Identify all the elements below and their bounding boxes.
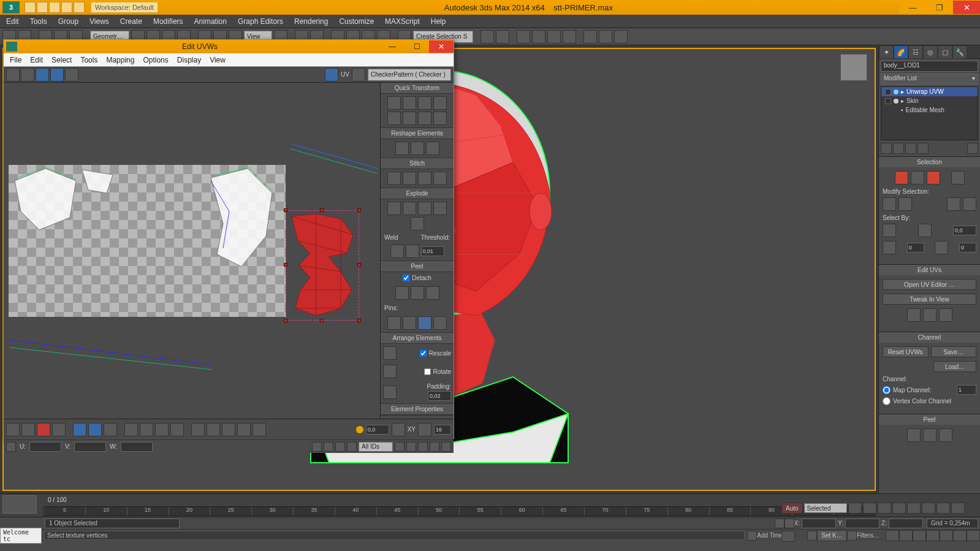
- modifier-unwrap-uvw[interactable]: ▸Unwrap UVW: [881, 87, 978, 96]
- display-tab-icon[interactable]: ▢: [938, 45, 952, 59]
- pack-3-icon[interactable]: [383, 386, 397, 399]
- align-v-icon[interactable]: [403, 96, 416, 110]
- object-name-field[interactable]: body__LOD1: [881, 61, 978, 72]
- misc-5-icon[interactable]: [253, 423, 266, 436]
- save-uvws-button[interactable]: Save…: [931, 346, 977, 357]
- uvw-menu-options[interactable]: Options: [143, 56, 168, 64]
- flip-h-icon[interactable]: [387, 112, 401, 125]
- peel-reset-icon[interactable]: [426, 286, 439, 300]
- peel-2-icon[interactable]: [411, 286, 424, 300]
- vertex-color-radio[interactable]: [883, 397, 891, 405]
- sel-edge-icon[interactable]: [911, 171, 924, 184]
- app-icon[interactable]: 3: [2, 1, 20, 13]
- rotate-spinner[interactable]: 0,0: [366, 425, 389, 435]
- workspace-dropdown[interactable]: Workspace: Default: [91, 2, 158, 13]
- detach-checkbox[interactable]: [403, 275, 409, 281]
- pin-4-icon[interactable]: [433, 316, 447, 330]
- cp-peel-3-icon[interactable]: [939, 428, 952, 442]
- snap2-icon[interactable]: [347, 442, 357, 452]
- close-button[interactable]: ✕: [953, 1, 980, 14]
- modify-tab-icon[interactable]: 🌈: [894, 45, 908, 59]
- load-uvws-button[interactable]: Load…: [933, 361, 976, 372]
- vertex-mode-icon[interactable]: [6, 423, 20, 436]
- rollout-peel-cp[interactable]: Peel: [879, 414, 980, 425]
- utilities-tab-icon[interactable]: 🔧: [952, 45, 967, 59]
- reshape-icon[interactable]: [426, 142, 439, 155]
- shrink2-icon[interactable]: [898, 197, 912, 211]
- rotate-checkbox[interactable]: [424, 368, 431, 375]
- selby-spinner-1[interactable]: 0,0: [953, 226, 976, 235]
- stitch-2-icon[interactable]: [403, 172, 416, 185]
- sel-element-icon[interactable]: [951, 171, 965, 184]
- render-setup-icon[interactable]: [583, 30, 597, 44]
- cp-peel-2-icon[interactable]: [923, 428, 936, 442]
- paint-sel-icon[interactable]: [104, 423, 117, 436]
- element-mode-icon[interactable]: [52, 423, 66, 436]
- rollout-arrange[interactable]: Arrange Elements: [381, 333, 454, 344]
- qat-undo-icon[interactable]: [61, 2, 72, 13]
- menu-create[interactable]: Create: [120, 17, 142, 26]
- uvw-menu-display[interactable]: Display: [177, 56, 201, 64]
- menu-group[interactable]: Group: [58, 17, 78, 26]
- layers-icon[interactable]: [517, 30, 530, 44]
- abs-rel-icon[interactable]: [6, 442, 16, 452]
- edge-mode-icon[interactable]: [21, 423, 35, 436]
- brush-icon[interactable]: [335, 442, 345, 452]
- time-ruler[interactable]: 5101520253035404550556065707580859095100: [43, 506, 876, 516]
- face-mode-icon[interactable]: [37, 423, 50, 436]
- grow2-icon[interactable]: [883, 197, 896, 211]
- straighten-icon[interactable]: [395, 142, 409, 155]
- grow-icon[interactable]: [124, 423, 138, 436]
- options2-icon[interactable]: [324, 442, 333, 452]
- menu-tools[interactable]: Tools: [30, 17, 47, 26]
- rescale-checkbox[interactable]: [420, 350, 427, 357]
- time-slider[interactable]: [2, 495, 37, 514]
- schematic-view-icon[interactable]: [547, 30, 561, 44]
- relax-icon[interactable]: [411, 142, 424, 155]
- texture-dropdown[interactable]: CheckerPattern ( Checker ): [368, 69, 451, 81]
- misc-1-icon[interactable]: [191, 423, 205, 436]
- stitch-3-icon[interactable]: [418, 172, 431, 185]
- modifier-editable-mesh[interactable]: ▪Editable Mesh: [881, 105, 978, 115]
- uvw-menu-edit[interactable]: Edit: [30, 56, 43, 64]
- rotate-ccw-icon[interactable]: [418, 96, 431, 110]
- prev-frame-icon[interactable]: [863, 503, 876, 514]
- allids-dropdown[interactable]: All IDs: [359, 442, 393, 452]
- unique-icon[interactable]: [905, 143, 916, 154]
- nav-1-icon[interactable]: [922, 503, 935, 514]
- remove-mod-icon[interactable]: [917, 143, 929, 154]
- modifier-list-dropdown[interactable]: Modifier List▾: [881, 74, 978, 85]
- rollout-selection[interactable]: Selection: [879, 157, 980, 167]
- open-uv-editor-button[interactable]: Open UV Editor …: [883, 279, 976, 290]
- auto-key-button[interactable]: Auto: [781, 503, 803, 514]
- loop-icon[interactable]: [155, 423, 169, 436]
- uvw-minimize-button[interactable]: —: [380, 40, 405, 53]
- weld-sel-icon[interactable]: [406, 245, 419, 258]
- menu-views[interactable]: Views: [89, 17, 109, 26]
- quickmap-1-icon[interactable]: [907, 308, 921, 322]
- uvw-maximize-button[interactable]: ☐: [405, 40, 429, 53]
- map-channel-radio[interactable]: [883, 386, 891, 394]
- misc-2-icon[interactable]: [207, 423, 220, 436]
- weld-target-icon[interactable]: [390, 245, 404, 258]
- uvw-mirror-icon[interactable]: [65, 68, 78, 82]
- selby-spinner-3[interactable]: 0: [959, 243, 976, 253]
- uvw-options-icon[interactable]: [352, 68, 365, 82]
- selby-4-icon[interactable]: [935, 241, 948, 254]
- zoom-region-icon[interactable]: [418, 442, 428, 452]
- tweak-in-view-button[interactable]: Tweak In View: [883, 294, 976, 305]
- menu-customize[interactable]: Customize: [339, 17, 374, 26]
- rollout-element-props[interactable]: Element Properties: [381, 404, 454, 415]
- uvw-canvas[interactable]: [4, 83, 380, 419]
- uvw-freeform-icon[interactable]: [50, 68, 64, 82]
- time-tag-icon[interactable]: [747, 531, 757, 541]
- stitch-1-icon[interactable]: [387, 172, 401, 185]
- menu-edit[interactable]: Edit: [6, 17, 19, 26]
- show-end-icon[interactable]: [893, 143, 904, 154]
- minimize-button[interactable]: —: [899, 1, 926, 14]
- zoom-icon[interactable]: [406, 442, 416, 452]
- zoom-sel-icon[interactable]: [441, 442, 451, 452]
- uvw-menu-tools[interactable]: Tools: [80, 56, 97, 64]
- pack-1-icon[interactable]: [383, 346, 397, 360]
- uvw-scale-icon[interactable]: [36, 68, 49, 82]
